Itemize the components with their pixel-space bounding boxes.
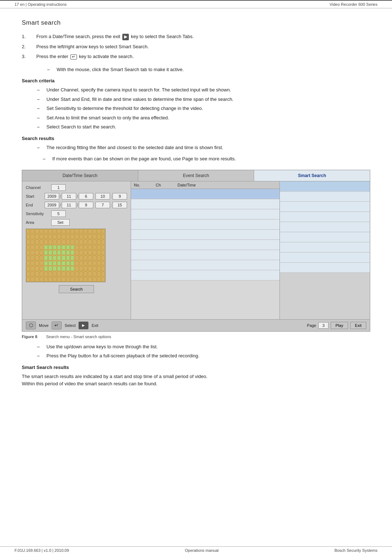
header-right: Video Recorder 600 Series — [330, 2, 377, 7]
after-bullet-1: – Press the Play button for a full-scree… — [37, 352, 370, 360]
result-rows — [280, 181, 370, 319]
exit-icon: ▶ — [122, 34, 129, 40]
bottom-right: Page 3 Play Exit — [307, 322, 366, 329]
after-bullet-0: – Use the up/down arrow keys to move thr… — [37, 343, 370, 350]
end-month[interactable]: 11 — [62, 202, 76, 208]
event-row — [131, 250, 279, 260]
ui-bottom-bar: ⬡ Move ↵ Select ▶ Exit Page 3 Play Exit — [22, 319, 370, 331]
step-2: 2. Press the left/right arrow keys to se… — [22, 43, 370, 50]
ui-screenshot: Date/Time Search Event Search Smart Sear… — [22, 170, 370, 332]
start-month[interactable]: 11 — [62, 193, 76, 200]
end-day[interactable]: 9 — [79, 202, 93, 208]
after-figure-bullets: – Use the up/down arrow keys to move thr… — [37, 343, 370, 360]
result-row — [280, 212, 370, 222]
bottom-left: ⬡ Move ↵ Select ▶ Exit — [26, 321, 304, 329]
area-label: Area — [26, 220, 51, 225]
ui-main: Channel 1 Start 2009 / 11 / 6 10 : 9 — [22, 181, 370, 319]
end-row: End 2009 / 11 / 9 7 : 15 — [26, 202, 127, 208]
exit-button[interactable]: Exit — [350, 322, 366, 329]
channel-value[interactable]: 1 — [51, 184, 66, 191]
footer-center: Operations manual — [185, 548, 219, 553]
event-row — [131, 260, 279, 270]
event-row — [131, 240, 279, 250]
tab-date-time-search[interactable]: Date/Time Search — [22, 170, 138, 181]
page-footer: F.01U.169.663 | v1.0 | 2010.09 Operation… — [0, 546, 392, 554]
move-icon: ⬡ — [26, 321, 36, 329]
criteria-2: – Set Sensitivity to determine the thres… — [37, 105, 370, 112]
search-button[interactable]: Search — [59, 285, 94, 293]
col-dt: Date/Time — [177, 183, 277, 187]
play-button[interactable]: Play — [331, 322, 348, 329]
col-ch: Ch — [156, 183, 170, 187]
search-criteria-title: Search criteria — [22, 78, 370, 83]
channel-row: Channel 1 — [26, 184, 127, 191]
results-list: – The recording fitting the filter and c… — [37, 144, 370, 151]
end-min[interactable]: 15 — [113, 202, 127, 208]
footer-right: Bosch Security Systems — [334, 548, 377, 553]
tab-smart-search[interactable]: Smart Search — [254, 170, 370, 181]
smart-results-title: Smart Search results — [22, 365, 370, 370]
result-row — [280, 242, 370, 253]
result-row — [280, 192, 370, 202]
criteria-4: – Select Search to start the search. — [37, 123, 370, 131]
event-row — [131, 230, 279, 240]
smart-search-results-section: Smart Search results The smart search re… — [22, 365, 370, 388]
footer-left: F.01U.169.663 | v1.0 | 2010.09 — [15, 548, 69, 553]
event-header: No. Ch Date/Time — [131, 181, 279, 189]
search-results-title: Search results — [22, 136, 370, 141]
start-row: Start 2009 / 11 / 6 10 : 9 — [26, 193, 127, 200]
step-1: 1. From a Date/Time search, press the ex… — [22, 33, 370, 40]
start-label: Start — [26, 194, 45, 198]
move-label: Move — [39, 323, 49, 328]
sensitivity-row: Sensitivity 5 — [26, 210, 127, 217]
exit-label: Exit — [91, 323, 98, 328]
section-title: Smart search — [22, 19, 370, 26]
start-min[interactable]: 9 — [113, 193, 127, 200]
channel-label: Channel — [26, 185, 51, 190]
tab-event-search[interactable]: Event Search — [138, 170, 254, 181]
right-panel — [280, 181, 370, 319]
area-value[interactable]: Set — [51, 219, 70, 226]
criteria-1: – Under Start and End, fill in date and … — [37, 96, 370, 103]
page-label: Page — [307, 323, 317, 328]
left-panel: Channel 1 Start 2009 / 11 / 6 10 : 9 — [22, 181, 131, 319]
start-day[interactable]: 6 — [79, 193, 93, 200]
figure-caption: Figure 8 Search menu - Smart search opti… — [22, 335, 370, 339]
exit-icon-btn: ▶ — [78, 321, 89, 329]
col-no: No. — [134, 183, 148, 187]
result-row[interactable] — [280, 181, 370, 192]
criteria-3: – Set Area to limit the smart search to … — [37, 114, 370, 122]
event-row[interactable] — [131, 189, 279, 199]
page-header: 17 en | Operating instructions Video Rec… — [0, 0, 392, 8]
area-row: Area Set — [26, 219, 127, 226]
event-rows — [131, 189, 279, 319]
numbered-list: 1. From a Date/Time search, press the ex… — [22, 33, 370, 60]
start-hour[interactable]: 10 — [95, 193, 110, 200]
enter-icon: ↵ — [70, 54, 77, 59]
result-row — [280, 232, 370, 242]
event-row — [131, 209, 279, 219]
result-0: – The recording fitting the filter and c… — [37, 144, 370, 151]
start-year[interactable]: 2009 — [45, 193, 59, 200]
end-hour[interactable]: 7 — [95, 202, 110, 208]
motion-grid[interactable] — [26, 229, 106, 282]
event-row — [131, 199, 279, 209]
smart-results-text: The smart search results are indicated b… — [22, 373, 370, 388]
grid-area — [26, 229, 127, 282]
tabs-row: Date/Time Search Event Search Smart Sear… — [22, 170, 370, 181]
page-value[interactable]: 3 — [318, 322, 328, 329]
event-row — [131, 270, 279, 280]
select-icon: ↵ — [52, 321, 62, 329]
step-3: 3. Press the enter ↵ key to activate the… — [22, 53, 370, 60]
header-left: 17 en | Operating instructions — [15, 2, 67, 7]
end-label: End — [26, 203, 45, 207]
result-row — [280, 222, 370, 232]
criteria-0: – Under Channel, specify the camera inpu… — [37, 86, 370, 94]
step3-sub: – With the mouse, click the Smart Search… — [47, 66, 370, 73]
result-row — [280, 263, 370, 273]
end-year[interactable]: 2009 — [45, 202, 59, 208]
sensitivity-label: Sensitivity — [26, 212, 51, 216]
sensitivity-value[interactable]: 5 — [51, 210, 66, 217]
result-row — [280, 202, 370, 212]
middle-panel: No. Ch Date/Time — [131, 181, 280, 319]
